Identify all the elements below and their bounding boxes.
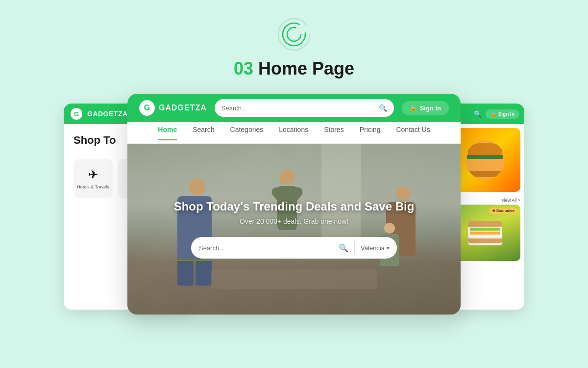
hero-content: Shop Today's Trending Deals and Save Big… (174, 200, 415, 259)
left-logo-text: GADGETZA (87, 110, 128, 118)
main-header: G GADGETZA 🔍 🔒 Sign In (127, 94, 461, 122)
nav-link-locations[interactable]: Locations (279, 126, 308, 140)
main-logo-circle: G (139, 100, 155, 116)
main-card: G GADGETZA 🔍 🔒 Sign In Home Search Categ… (127, 94, 461, 315)
svg-point-2 (287, 27, 301, 41)
page-title: 03 Home Page (234, 58, 354, 79)
lock-icon: 🔒 (410, 105, 417, 111)
view-all-text[interactable]: View All > (501, 198, 520, 203)
hero-search-input[interactable] (199, 244, 333, 252)
hero-section: Shop Today's Trending Deals and Save Big… (127, 144, 461, 315)
hotels-label: Hotels & Travels (77, 184, 109, 189)
main-search-input[interactable] (221, 105, 375, 112)
chevron-down-icon: ▾ (387, 245, 389, 251)
main-search-bar[interactable]: 🔍 (215, 99, 394, 117)
left-logo-circle: G (71, 108, 82, 120)
cards-container: G GADGETZA Home Shop To ✈ Hotels & Trave… (74, 94, 514, 324)
nav-link-pricing[interactable]: Pricing (360, 126, 381, 140)
hero-divider (354, 242, 355, 254)
main-nav: Home Search Categories Locations Stores … (127, 122, 461, 144)
search-icon: 🔍 (379, 104, 387, 112)
lock-icon-small: 🔒 (490, 111, 496, 117)
hero-subtitle: Over 20 000+ deals. Grab one now! (174, 217, 415, 225)
airplane-icon: ✈ (88, 168, 98, 182)
nav-link-categories[interactable]: Categories (230, 126, 264, 140)
hero-location[interactable]: Valencia ▾ (361, 244, 389, 252)
nav-link-contact[interactable]: Contact Us (396, 126, 430, 140)
hero-background: Shop Today's Trending Deals and Save Big… (127, 144, 461, 315)
main-logo-area: G GADGETZA (139, 100, 207, 116)
spiral-icon (274, 15, 314, 54)
icon-card-hotels[interactable]: ✈ Hotels & Travels (74, 159, 113, 198)
hero-search-bar[interactable]: 🔍 Valencia ▾ (191, 237, 397, 259)
nav-link-home[interactable]: Home (158, 126, 177, 140)
svg-point-1 (283, 23, 305, 46)
exclusive-badge: ★ Exclusive (489, 208, 517, 214)
hero-search-icon: 🔍 (339, 243, 348, 253)
right-search-icon: 🔍 (473, 110, 482, 118)
nav-link-stores[interactable]: Stores (324, 126, 343, 140)
main-signin-button[interactable]: 🔒 Sign In (402, 101, 449, 115)
hero-title: Shop Today's Trending Deals and Save Big (174, 200, 415, 213)
main-logo-text: GADGETZA (159, 104, 207, 112)
page-header: 03 Home Page (234, 0, 354, 79)
nav-link-search[interactable]: Search (193, 126, 214, 140)
right-signin-button[interactable]: 🔒 Sign In (486, 109, 519, 119)
